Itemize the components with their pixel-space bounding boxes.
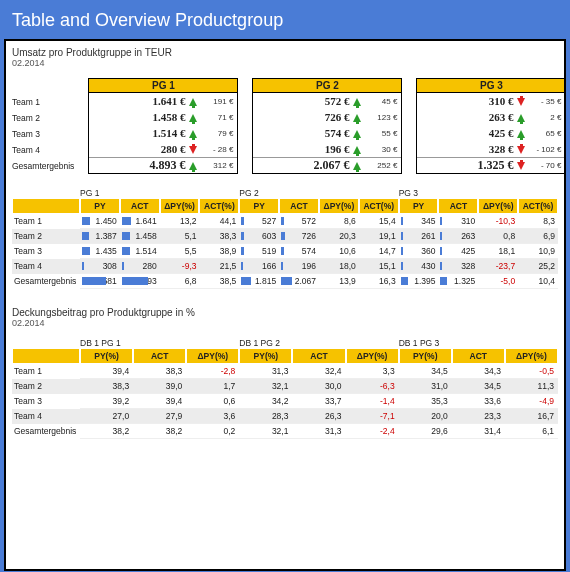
table-cell: -1,4 [346, 394, 399, 409]
table-cell: 20,0 [399, 409, 452, 424]
row-label: Team 3 [12, 394, 80, 409]
table-cell: 38,5 [199, 274, 239, 289]
table-cell: 4.893 [120, 274, 160, 289]
table-cell: 39,0 [133, 379, 186, 394]
section1-date: 02.2014 [12, 58, 558, 68]
col-header: ΔPY(%) [186, 348, 239, 364]
table-cell: 31,0 [399, 379, 452, 394]
spacer [12, 198, 80, 214]
table-cell: 20,3 [319, 229, 359, 244]
row-label: Team 3 [12, 244, 80, 259]
group-header: PG 3 [399, 188, 558, 198]
pg-box: PG 3310 €- 35 €263 €2 €425 €65 €328 €- 1… [416, 78, 566, 174]
table-cell: -2,8 [186, 364, 239, 379]
table-cell: 0,8 [478, 229, 518, 244]
table-cell: 34,5 [399, 364, 452, 379]
box-delta: 2 € [527, 113, 561, 122]
table-cell: 11,3 [505, 379, 558, 394]
table-cell: 10,6 [319, 244, 359, 259]
row-labels-col: Team 1 Team 2 Team 3 Team 4 Gesamtergebn… [12, 78, 74, 174]
table-cell: 16,7 [505, 409, 558, 424]
table-cell: 13,2 [160, 214, 200, 229]
table-cell: 1.458 [120, 229, 160, 244]
table-cell: -23,7 [478, 259, 518, 274]
pg-box-row: 1.641 €191 € [89, 93, 237, 109]
table-cell: 4.581 [80, 274, 120, 289]
col-header: PY(%) [80, 348, 133, 364]
table-cell: 603 [239, 229, 279, 244]
pg-box-row: 4.893 €312 € [89, 157, 237, 173]
box-delta: 65 € [527, 129, 561, 138]
row-label: Team 2 [12, 229, 80, 244]
row-label: Team 2 [12, 110, 74, 126]
pg-box-row: 726 €123 € [253, 109, 401, 125]
table-cell: 27,9 [133, 409, 186, 424]
group-header: PG 2 [239, 188, 398, 198]
arrow-down-icon [187, 144, 199, 154]
box-value: 425 € [421, 127, 515, 139]
table-cell: 31,3 [292, 424, 345, 439]
group-header: DB 1 PG 1 [80, 338, 239, 348]
table-cell: 34,3 [452, 364, 505, 379]
row-label: Team 1 [12, 94, 74, 110]
table-cell: 308 [80, 259, 120, 274]
col-header: PY(%) [399, 348, 452, 364]
box-delta: 123 € [363, 113, 397, 122]
table-cell: 26,3 [292, 409, 345, 424]
table-cell: 310 [438, 214, 478, 229]
table-cell: 33,6 [452, 394, 505, 409]
table-cell: 15,1 [359, 259, 399, 274]
pg-box-row: 280 €- 28 € [89, 141, 237, 157]
box-delta: 55 € [363, 129, 397, 138]
box-delta: 79 € [199, 129, 233, 138]
box-value: 1.458 € [93, 111, 187, 123]
table-cell: 32,1 [239, 379, 292, 394]
arrow-up-icon [515, 112, 527, 122]
table-cell: -4,9 [505, 394, 558, 409]
table-db: DB 1 PG 1DB 1 PG 2DB 1 PG 3PY(%)ACTΔPY(%… [12, 338, 558, 439]
arrow-down-icon [515, 161, 527, 171]
box-delta: 312 € [199, 161, 233, 170]
table-cell: 574 [279, 244, 319, 259]
box-delta: 30 € [363, 145, 397, 154]
arrow-up-icon [515, 128, 527, 138]
pg-box-header: PG 3 [417, 79, 565, 93]
pg-box-row: 263 €2 € [417, 109, 565, 125]
table-cell: 29,6 [399, 424, 452, 439]
arrow-up-icon [187, 112, 199, 122]
box-value: 328 € [421, 143, 515, 155]
table-cell: -5,0 [478, 274, 518, 289]
table-cell: 196 [279, 259, 319, 274]
box-value: 572 € [257, 95, 351, 107]
col-header: ACT [279, 198, 319, 214]
table-cell: 519 [239, 244, 279, 259]
table-cell: 34,5 [452, 379, 505, 394]
table-cell: 0,2 [186, 424, 239, 439]
table-cell: 1.815 [239, 274, 279, 289]
table-cell: 39,4 [133, 394, 186, 409]
arrow-up-icon [187, 128, 199, 138]
summary-boxes: Team 1 Team 2 Team 3 Team 4 Gesamtergebn… [12, 78, 558, 174]
box-value: 4.893 € [93, 158, 187, 173]
table-cell: 1.387 [80, 229, 120, 244]
table-cell: 16,3 [359, 274, 399, 289]
arrow-up-icon [351, 112, 363, 122]
table-cell: 38,2 [133, 424, 186, 439]
table-cell: 1.514 [120, 244, 160, 259]
box-delta: 71 € [199, 113, 233, 122]
table-cell: 39,2 [80, 394, 133, 409]
table-cell: 726 [279, 229, 319, 244]
col-header: PY(%) [239, 348, 292, 364]
pg-box-row: 1.514 €79 € [89, 125, 237, 141]
table-cell: 6,9 [518, 229, 558, 244]
table-cell: 23,3 [452, 409, 505, 424]
table-cell: 1.435 [80, 244, 120, 259]
col-header: ΔPY(%) [319, 198, 359, 214]
arrow-up-icon [351, 161, 363, 171]
pg-box: PG 11.641 €191 €1.458 €71 €1.514 €79 €28… [88, 78, 238, 174]
table-cell: -2,4 [346, 424, 399, 439]
group-header: PG 1 [80, 188, 239, 198]
pg-box-row: 572 €45 € [253, 93, 401, 109]
app-frame: Table and Overview Productgroup Umsatz p… [0, 0, 570, 572]
box-value: 1.514 € [93, 127, 187, 139]
